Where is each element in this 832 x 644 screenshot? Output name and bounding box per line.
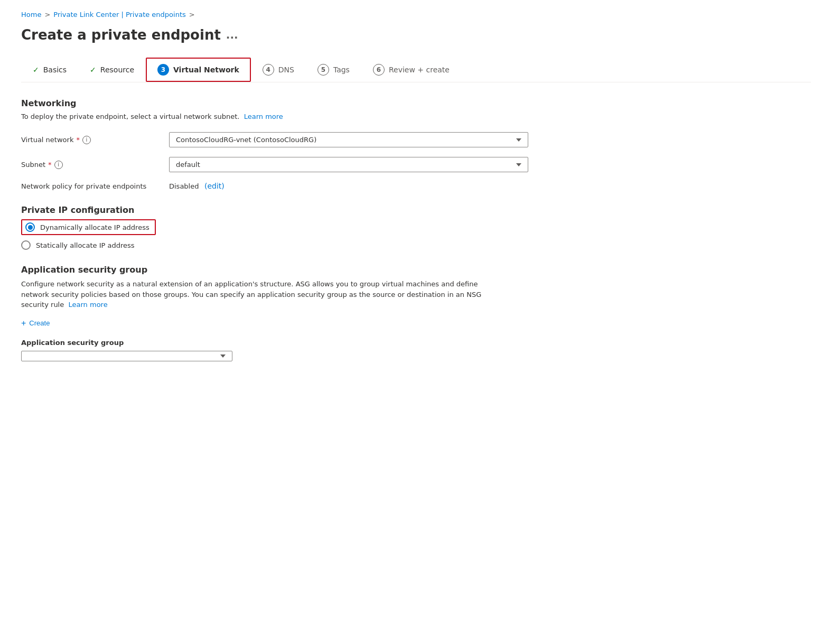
radio-dynamic[interactable]: Dynamically allocate IP address [21, 219, 811, 235]
tab-virtual-network[interactable]: 3 Virtual Network [146, 58, 251, 82]
tab-resource[interactable]: ✓ Resource [78, 59, 146, 80]
tab-dns[interactable]: 4 DNS [251, 58, 306, 82]
virtual-network-info-icon[interactable]: i [82, 136, 91, 144]
tab-resource-check: ✓ [90, 66, 96, 74]
tab-tags[interactable]: 5 Tags [306, 58, 361, 82]
networking-learn-more[interactable]: Learn more [244, 113, 283, 120]
page-title: Create a private endpoint [21, 27, 221, 43]
breadcrumb-sep2: > [189, 11, 195, 18]
subnet-value: default [176, 161, 200, 169]
networking-desc: To deploy the private endpoint, select a… [21, 113, 811, 120]
radio-dynamic-label: Dynamically allocate IP address [40, 223, 149, 231]
page-title-ellipsis[interactable]: ... [226, 29, 238, 41]
tab-review-create[interactable]: 6 Review + create [361, 58, 461, 82]
subnet-control: default [169, 157, 528, 172]
asg-table-label: Application security group [21, 339, 811, 347]
tab-virtual-network-num: 3 [157, 64, 169, 76]
radio-dynamic-highlight: Dynamically allocate IP address [21, 219, 156, 235]
tab-review-create-label: Review + create [389, 66, 450, 74]
page-title-container: Create a private endpoint ... [21, 27, 811, 43]
asg-desc: Configure network security as a natural … [21, 279, 497, 310]
subnet-info-icon[interactable]: i [54, 161, 63, 169]
tab-tags-label: Tags [333, 66, 350, 74]
asg-select[interactable] [21, 351, 232, 361]
radio-dynamic-inner [28, 225, 33, 230]
virtual-network-required: * [76, 136, 80, 144]
tab-review-create-num: 6 [373, 64, 385, 76]
breadcrumb-home[interactable]: Home [21, 11, 41, 18]
subnet-label: Subnet * i [21, 161, 169, 169]
private-ip-radio-group: Dynamically allocate IP address Statical… [21, 219, 811, 250]
asg-create-label: Create [29, 319, 50, 327]
virtual-network-value: ContosoCloudRG-vnet (ContosoCloudRG) [176, 136, 316, 144]
asg-create-button[interactable]: + Create [21, 319, 50, 328]
asg-learn-more[interactable]: Learn more [69, 301, 108, 309]
tab-dns-label: DNS [278, 66, 294, 74]
asg-chevron-icon [220, 354, 226, 358]
virtual-network-control: ContosoCloudRG-vnet (ContosoCloudRG) [169, 132, 528, 147]
tab-tags-num: 5 [317, 64, 329, 76]
breadcrumb: Home > Private Link Center | Private end… [21, 11, 811, 18]
virtual-network-select[interactable]: ContosoCloudRG-vnet (ContosoCloudRG) [169, 132, 528, 147]
subnet-chevron-icon [516, 163, 521, 166]
radio-static-outer [21, 240, 31, 250]
network-policy-row: Network policy for private endpoints Dis… [21, 182, 811, 190]
networking-title: Networking [21, 98, 811, 108]
subnet-row: Subnet * i default [21, 157, 811, 172]
radio-dynamic-outer [25, 222, 35, 232]
tab-basics-check: ✓ [33, 66, 39, 74]
networking-section: Networking To deploy the private endpoin… [21, 98, 811, 190]
asg-title: Application security group [21, 265, 811, 275]
subnet-required: * [48, 161, 52, 169]
subnet-select[interactable]: default [169, 157, 528, 172]
tab-basics[interactable]: ✓ Basics [21, 59, 78, 80]
tab-basics-label: Basics [43, 66, 67, 74]
network-policy-label: Network policy for private endpoints [21, 182, 169, 190]
plus-icon: + [21, 319, 26, 328]
asg-section: Application security group Configure net… [21, 265, 811, 361]
breadcrumb-sep1: > [44, 11, 50, 18]
network-policy-control: Disabled (edit) [169, 182, 528, 190]
tab-virtual-network-label: Virtual Network [173, 66, 239, 74]
radio-static-label: Statically allocate IP address [36, 241, 135, 249]
private-ip-title: Private IP configuration [21, 205, 811, 215]
network-policy-value: Disabled [169, 182, 199, 190]
virtual-network-chevron-icon [516, 138, 521, 142]
network-policy-edit[interactable]: (edit) [204, 182, 225, 190]
tabs-container: ✓ Basics ✓ Resource 3 Virtual Network 4 … [21, 58, 811, 82]
virtual-network-row: Virtual network * i ContosoCloudRG-vnet … [21, 132, 811, 147]
radio-static[interactable]: Statically allocate IP address [21, 240, 811, 250]
virtual-network-label: Virtual network * i [21, 136, 169, 144]
breadcrumb-private-link[interactable]: Private Link Center | Private endpoints [53, 11, 185, 18]
tab-resource-label: Resource [100, 66, 134, 74]
private-ip-section: Private IP configuration Dynamically all… [21, 205, 811, 250]
tab-dns-num: 4 [263, 64, 274, 76]
